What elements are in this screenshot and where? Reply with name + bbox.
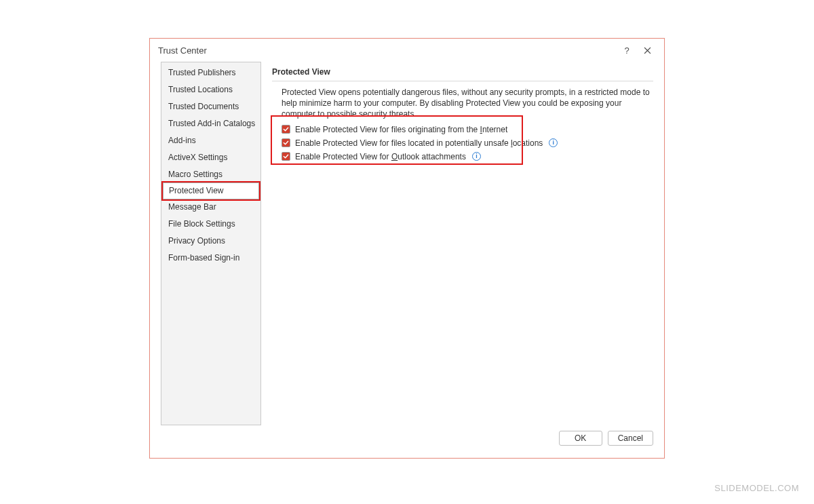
watermark: SLIDEMODEL.COM	[714, 483, 799, 493]
sidebar-item-trusted-locations[interactable]: Trusted Locations	[161, 81, 260, 98]
sidebar-item-add-ins[interactable]: Add-ins	[161, 132, 260, 149]
sidebar-item-file-block-settings[interactable]: File Block Settings	[161, 216, 260, 233]
sidebar: Trusted PublishersTrusted LocationsTrust…	[161, 62, 261, 425]
trust-center-dialog: Trust Center ? Trusted PublishersTrusted…	[149, 38, 665, 459]
option-row: Enable Protected View for files located …	[282, 136, 653, 150]
info-icon[interactable]: i	[472, 152, 481, 161]
sidebar-item-privacy-options[interactable]: Privacy Options	[161, 233, 260, 250]
check-icon	[283, 126, 289, 132]
sidebar-item-label: Protected View	[169, 186, 224, 195]
sidebar-item-label: Macro Settings	[168, 170, 222, 179]
sidebar-item-label: Add-ins	[168, 136, 196, 145]
check-icon	[283, 140, 289, 146]
cancel-button[interactable]: Cancel	[608, 431, 653, 446]
sidebar-item-label: ActiveX Settings	[168, 153, 227, 162]
sidebar-item-activex-settings[interactable]: ActiveX Settings	[161, 149, 260, 166]
option-row: Enable Protected View for Outlook attach…	[282, 150, 653, 163]
sidebar-item-trusted-publishers[interactable]: Trusted Publishers	[161, 64, 260, 81]
check-icon	[283, 153, 289, 159]
option-label[interactable]: Enable Protected View for Outlook attach…	[295, 152, 466, 161]
sidebar-item-label: Form-based Sign-in	[168, 253, 239, 263]
sidebar-item-trusted-documents[interactable]: Trusted Documents	[161, 98, 260, 115]
option-label[interactable]: Enable Protected View for files located …	[295, 138, 543, 148]
main-panel: Protected View Protected View opens pote…	[272, 62, 653, 425]
help-button[interactable]: ?	[617, 41, 637, 60]
sidebar-item-label: Privacy Options	[168, 236, 225, 246]
sidebar-item-form-based-sign-in[interactable]: Form-based Sign-in	[161, 250, 260, 267]
ok-button[interactable]: OK	[559, 431, 602, 446]
dialog-title: Trust Center	[158, 45, 207, 56]
section-description: Protected View opens potentially dangero…	[272, 87, 652, 120]
sidebar-item-protected-view[interactable]: Protected View	[163, 182, 259, 199]
sidebar-item-macro-settings[interactable]: Macro Settings	[161, 166, 260, 183]
info-icon[interactable]: i	[549, 138, 558, 147]
checkbox[interactable]	[282, 138, 290, 147]
sidebar-item-label: Trusted Publishers	[168, 68, 236, 77]
dialog-footer: OK Cancel	[150, 425, 664, 458]
checkbox[interactable]	[282, 152, 290, 161]
sidebar-item-label: Trusted Locations	[168, 85, 233, 94]
close-button[interactable]	[637, 41, 657, 60]
sidebar-item-label: Trusted Documents	[168, 102, 239, 111]
sidebar-item-trusted-add-in-catalogs[interactable]: Trusted Add-in Catalogs	[161, 115, 260, 132]
sidebar-item-label: Message Bar	[168, 202, 216, 212]
option-label[interactable]: Enable Protected View for files originat…	[295, 125, 507, 134]
close-icon	[644, 47, 651, 54]
checkbox[interactable]	[282, 125, 290, 134]
section-title: Protected View	[272, 67, 653, 81]
sidebar-item-label: File Block Settings	[168, 219, 235, 229]
sidebar-item-message-bar[interactable]: Message Bar	[161, 199, 260, 216]
options-group: Enable Protected View for files originat…	[272, 123, 653, 163]
titlebar: Trust Center ?	[150, 39, 664, 62]
sidebar-item-label: Trusted Add-in Catalogs	[168, 119, 255, 128]
option-row: Enable Protected View for files originat…	[282, 123, 653, 136]
